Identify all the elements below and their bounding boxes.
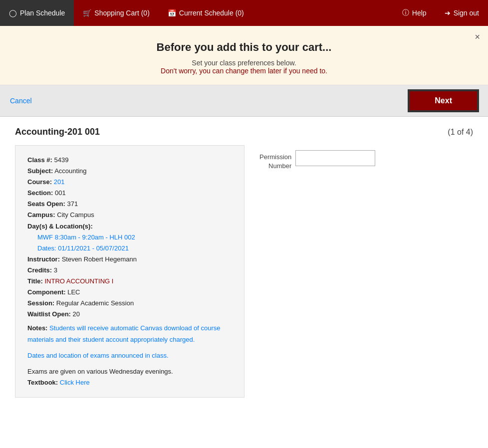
modal-title: Before you add this to your cart... [10,41,478,54]
help-label: Help [412,9,427,17]
instructor-label: Instructor: [27,255,60,263]
shopping-cart-label: Shopping Cart (0) [94,9,150,17]
seats-open-value: 371 [67,200,78,208]
permission-label-line2: Number [259,162,291,171]
shopping-cart-icon: 🛒 [83,9,91,17]
instructor-row: Instructor: Steven Robert Hegemann [27,254,232,265]
section-row: Section: 001 [27,188,232,199]
waitlist-row: Waitlist Open: 20 [27,309,232,320]
course-value[interactable]: 201 [54,178,65,186]
credits-label: Credits: [27,266,52,274]
sign-out-label: Sign out [454,9,479,17]
notes3-value: Exams are given on various Wednesday eve… [27,368,173,375]
permission-section: Permission Number [259,145,375,398]
component-value: LEC [67,288,80,296]
schedule-row: MWF 8:30am - 9:20am - HLH 002 [37,232,232,243]
class-layout: Class #: 5439 Subject: Accounting Course… [15,145,473,398]
permission-number-input[interactable] [295,150,375,166]
campus-label: Campus: [27,211,55,219]
modal-header: × Before you add this to your cart... Se… [0,26,488,85]
notes-label: Notes: [27,324,47,332]
course-label: Course: [27,178,52,186]
current-schedule-label: Current Schedule (0) [179,9,244,17]
seats-open-label: Seats Open: [27,200,65,208]
campus-row: Campus: City Campus [27,210,232,221]
class-info-box: Class #: 5439 Subject: Accounting Course… [15,145,244,398]
notes-row: Notes: Students will receive automatic C… [27,323,232,345]
nav-help[interactable]: ⓘ Help [393,0,436,26]
notes3-row: Exams are given on various Wednesday eve… [27,366,232,377]
navbar: ◯ Plan Schedule 🛒 Shopping Cart (0) 📅 Cu… [0,0,488,26]
days-location-row: Day(s) & Location(s): [27,221,232,232]
action-bar: Cancel Next [0,85,488,117]
section-value: 001 [55,189,66,197]
title-row: Title: INTRO ACCOUNTING I [27,276,232,287]
modal-subtitle: Set your class preferences below. [10,59,478,67]
course-title-value[interactable]: INTRO ACCOUNTING I [44,277,113,285]
schedule-indent: MWF 8:30am - 9:20am - HLH 002 Dates: 01/… [27,232,232,254]
section-label: Section: [27,189,53,197]
class-number-value: 5439 [54,156,69,164]
session-label: Session: [27,299,54,307]
next-button[interactable]: Next [409,90,478,111]
session-value: Regular Academic Session [56,299,134,307]
component-row: Component: LEC [27,287,232,298]
content-area: Accounting-201 001 (1 of 4) Class #: 543… [0,117,488,408]
class-number-row: Class #: 5439 [27,155,232,166]
textbook-row: Textbook: Click Here [27,377,232,388]
section-header: Accounting-201 001 (1 of 4) [15,127,473,137]
campus-value: City Campus [57,211,94,219]
seats-row: Seats Open: 371 [27,199,232,210]
course-row: Course: 201 [27,177,232,188]
title-label: Title: [27,277,43,285]
waitlist-label: Waitlist Open: [27,310,71,318]
calendar-icon: 📅 [168,9,176,17]
component-label: Component: [27,288,66,296]
textbook-label: Textbook: [27,379,58,386]
class-title: Accounting-201 001 [15,127,100,137]
notes2-value: Dates and location of exams announced in… [27,352,169,359]
credits-value: 3 [54,266,57,274]
subject-row: Subject: Accounting [27,166,232,177]
textbook-link[interactable]: Click Here [60,379,90,386]
plan-schedule-icon: ◯ [9,9,17,17]
dates-row: Dates: 01/11/2021 - 05/07/2021 [37,243,232,254]
class-number-label: Class #: [27,156,52,164]
close-button[interactable]: × [475,32,480,42]
permission-label-line1: Permission [259,153,291,162]
permission-label: Permission Number [259,150,291,171]
subject-value: Accounting [54,167,86,175]
class-count: (1 of 4) [448,128,473,137]
plan-schedule-label: Plan Schedule [20,9,65,17]
instructor-value: Steven Robert Hegemann [62,255,137,263]
subject-label: Subject: [27,167,53,175]
nav-right: ⓘ Help ➔ Sign out [393,0,488,26]
cancel-button[interactable]: Cancel [10,97,32,105]
notes2-row: Dates and location of exams announced in… [27,350,232,361]
credits-row: Credits: 3 [27,265,232,276]
notes-value: Students will receive automatic Canvas d… [27,324,221,343]
session-row: Session: Regular Academic Session [27,298,232,309]
nav-current-schedule[interactable]: 📅 Current Schedule (0) [159,0,253,26]
nav-plan-schedule[interactable]: ◯ Plan Schedule [0,0,74,26]
days-location-label: Day(s) & Location(s): [27,223,93,230]
nav-sign-out[interactable]: ➔ Sign out [436,0,488,26]
nav-shopping-cart[interactable]: 🛒 Shopping Cart (0) [74,0,159,26]
sign-out-icon: ➔ [445,9,451,17]
waitlist-value: 20 [73,310,80,318]
modal-note: Don't worry, you can change them later i… [10,67,478,75]
help-icon: ⓘ [402,8,409,17]
